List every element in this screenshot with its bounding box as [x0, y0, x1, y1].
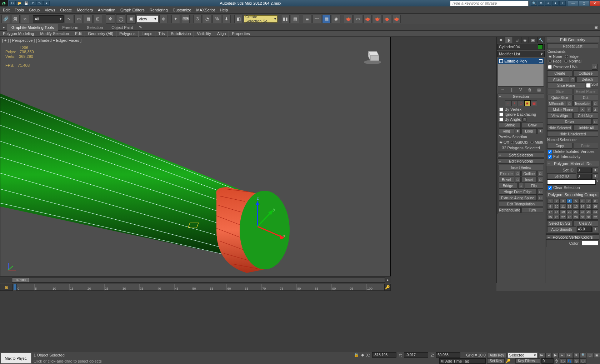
slice-plane-button[interactable]: Slice Plane — [547, 83, 585, 88]
extrude-spline-button[interactable]: Extrude Along Spline — [499, 195, 537, 201]
planar-z-button[interactable]: Z — [592, 107, 598, 113]
full-interact-check[interactable] — [548, 155, 552, 159]
select-id-spin-icon[interactable]: ⬍ — [592, 173, 598, 179]
auto-key-button[interactable]: Auto Key — [487, 353, 507, 358]
ribbon-min-icon[interactable]: ▣ — [593, 25, 599, 30]
subobj-element-icon[interactable]: ▣ — [531, 100, 537, 106]
sg-12[interactable]: 12 — [566, 204, 572, 209]
matid-name-dropdown[interactable] — [547, 179, 596, 185]
hinge-button[interactable]: Hinge From Edge — [499, 189, 537, 195]
rotate-icon[interactable]: ◯ — [116, 14, 125, 24]
rollout-editpoly-header[interactable]: −Edit Polygons — [498, 158, 544, 164]
qat-redo-icon[interactable]: ↷ — [36, 1, 43, 6]
link-icon[interactable]: 🔗 — [1, 15, 10, 23]
render-setup-icon[interactable]: 🫖 — [344, 15, 352, 23]
menu-modifiers[interactable]: Modifiers — [77, 8, 93, 12]
constraint-normal-radio[interactable]: Normal — [564, 59, 581, 63]
time-slider[interactable]: 0 / 100 — [12, 278, 385, 283]
sg-3[interactable]: 3 — [560, 199, 566, 204]
viewport-label[interactable]: [ + ] [ Perspective ] [ Shaded + Edged F… — [2, 38, 81, 43]
qat-undo-icon[interactable]: ↶ — [30, 1, 36, 6]
menu-animation[interactable]: Animation — [98, 8, 115, 12]
rpanel-polygons[interactable]: Polygons — [116, 31, 139, 37]
menu-help[interactable]: Help — [220, 8, 228, 12]
rollout-softsel-header[interactable]: +Soft Selection — [498, 152, 544, 158]
nav-orbit-icon[interactable]: ◯ — [560, 358, 566, 364]
sg-4[interactable]: 4 — [566, 199, 572, 204]
sg-18[interactable]: 18 — [554, 209, 560, 214]
auto-smooth-field[interactable] — [577, 226, 592, 232]
percent-snap-icon[interactable]: % — [212, 15, 221, 23]
scale-icon[interactable]: ▣ — [126, 14, 136, 24]
sg-1[interactable]: 1 — [547, 199, 553, 204]
select-id-button[interactable]: Select ID — [547, 173, 576, 179]
maximize-button[interactable]: □ — [579, 0, 589, 6]
rpanel-tris[interactable]: Tris — [155, 31, 168, 37]
sg-16[interactable]: 16 — [592, 204, 598, 209]
menu-customize[interactable]: Customize — [173, 8, 191, 12]
sg-20[interactable]: 20 — [566, 209, 572, 214]
grow-button[interactable]: Grow — [521, 122, 544, 128]
constraint-edge-radio[interactable]: Edge — [565, 54, 579, 59]
rollout-vcolors-header[interactable]: −Polygon: Vertex Colors — [546, 234, 599, 240]
rpanel-edit[interactable]: Edit — [72, 31, 85, 37]
extrude-spline-settings-icon[interactable]: □ — [538, 195, 543, 201]
make-planar-button[interactable]: Make Planar — [547, 107, 579, 113]
track-scroll-icon[interactable]: ▸ — [385, 278, 391, 282]
key-target-dropdown[interactable]: Selected▾ — [508, 353, 538, 358]
tab-hierarchy-icon[interactable]: ⊞ — [513, 37, 521, 43]
rpanel-align[interactable]: Align — [214, 31, 229, 37]
help-search-input[interactable] — [450, 1, 529, 6]
maxscript-listener[interactable]: Max to Physc. — [1, 353, 31, 364]
loop-button[interactable]: Loop — [521, 128, 537, 134]
tab-create-icon[interactable]: ✹ — [497, 37, 505, 43]
sg-30[interactable]: 30 — [579, 215, 585, 220]
auto-smooth-spin-icon[interactable]: ⬍ — [592, 226, 598, 232]
turn-button[interactable]: Turn — [521, 207, 544, 213]
outline-button[interactable]: Outline — [521, 171, 537, 176]
preserve-uv-check[interactable] — [548, 65, 552, 69]
set-id-field[interactable] — [577, 168, 592, 173]
tab-display-icon[interactable]: ▣ — [529, 37, 537, 43]
goto-start-icon[interactable]: ⏮ — [539, 353, 545, 358]
ring-button[interactable]: Ring — [499, 128, 514, 134]
named-selection-dropdown[interactable]: Create Selection Se▾ — [244, 15, 278, 23]
quickslice-button[interactable]: QuickSlice — [547, 95, 572, 100]
menu-maxscript[interactable]: MAXScript — [196, 8, 215, 12]
minimize-button[interactable]: — — [568, 0, 579, 6]
nav-max-icon[interactable]: ⛶ — [580, 358, 586, 364]
rendered-frame-icon[interactable]: ▭ — [354, 15, 362, 23]
repeat-last-button[interactable]: Repeat Last — [547, 43, 598, 49]
auto-smooth-button[interactable]: Auto Smooth — [547, 226, 576, 232]
sg-25[interactable]: 25 — [547, 215, 553, 220]
rollout-smooth-header[interactable]: −Polygon: Smoothing Groups — [546, 192, 599, 197]
viewcube-icon[interactable] — [362, 44, 383, 66]
preview-subobj-radio[interactable]: SubObj — [511, 140, 528, 144]
timeline-cursor[interactable] — [14, 284, 16, 290]
rollout-selection-header[interactable]: −Selection — [498, 94, 544, 99]
bevel-settings-icon[interactable]: □ — [515, 177, 521, 183]
rpanel-properties[interactable]: Properties — [229, 31, 253, 37]
menu-create[interactable]: Create — [60, 8, 72, 12]
qat-more-icon[interactable]: ▾ — [43, 1, 50, 6]
move-icon[interactable]: ✥ — [106, 14, 115, 24]
material-editor-icon[interactable]: ◉ — [332, 15, 340, 23]
play-icon[interactable]: ▶ — [552, 353, 559, 358]
ribbon-tab-selection[interactable]: Selection — [82, 24, 107, 31]
z-coord-field[interactable] — [436, 352, 460, 358]
by-angle-field[interactable] — [522, 118, 526, 121]
nav-walk-icon[interactable]: 👣 — [566, 358, 573, 364]
reset-plane-button[interactable]: Reset Plane — [573, 89, 599, 94]
subscription-icon[interactable]: ⚙ — [538, 1, 544, 6]
key-mode-icon[interactable]: 🔑 — [384, 284, 391, 291]
sg-15[interactable]: 15 — [586, 204, 592, 209]
nav-dolly-icon[interactable]: ◎ — [573, 358, 580, 364]
rpanel-loops[interactable]: Loops — [139, 31, 155, 37]
mirror-icon[interactable]: ▮▮ — [281, 15, 290, 23]
snap-icon[interactable]: 3 — [193, 15, 202, 23]
rpanel-modifysel[interactable]: Modify Selection — [37, 31, 72, 37]
sg-31[interactable]: 31 — [586, 215, 592, 220]
exchange-icon[interactable]: ✦ — [545, 1, 551, 6]
subobj-vertex-icon[interactable]: ⁘ — [505, 100, 511, 106]
unhide-all-button[interactable]: Unhide All — [573, 125, 599, 131]
